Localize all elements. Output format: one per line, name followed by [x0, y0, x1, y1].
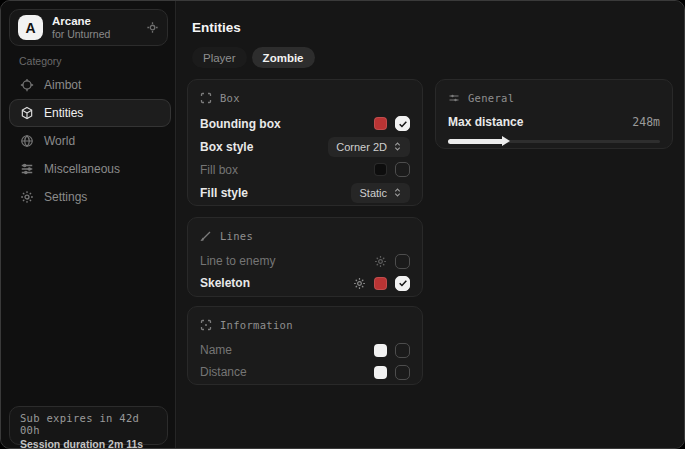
fill-style-dropdown[interactable]: Static — [351, 183, 410, 203]
sidebar-item-label: Entities — [44, 106, 83, 120]
session-duration-text: Session duration 2m 11s — [20, 438, 157, 449]
globe-icon — [20, 134, 34, 148]
sliders-icon — [448, 92, 460, 104]
setting-row-distance: Distance — [200, 361, 410, 383]
gear-icon[interactable] — [374, 255, 387, 268]
tab-player[interactable]: Player — [192, 47, 247, 68]
sidebar-nav: Aimbot Entities World Miscellaneous — [9, 71, 171, 211]
color-swatch[interactable] — [374, 277, 387, 290]
sidebar-item-label: Aimbot — [44, 78, 81, 92]
color-swatch[interactable] — [374, 344, 387, 357]
subscription-card: Sub expires in 42d 00h Session duration … — [9, 406, 168, 445]
page-title: Entities — [192, 20, 241, 35]
sidebar-item-aimbot[interactable]: Aimbot — [9, 71, 171, 99]
chevron-up-down-icon — [393, 188, 402, 197]
color-swatch[interactable] — [374, 366, 387, 379]
setting-row-fill-style: Fill style Static — [200, 181, 410, 204]
gear-icon — [20, 190, 34, 204]
scan-dot-icon — [200, 319, 212, 331]
sidebar-item-settings[interactable]: Settings — [9, 183, 171, 211]
panel-title: General — [468, 92, 514, 104]
refresh-icon[interactable] — [146, 21, 159, 34]
setting-row-fill-box: Fill box — [200, 158, 410, 181]
sidebar-item-entities[interactable]: Entities — [9, 99, 171, 127]
skeleton-checkbox[interactable] — [395, 276, 410, 291]
gear-icon[interactable] — [353, 277, 366, 290]
setting-row-name: Name — [200, 339, 410, 361]
tab-zombie[interactable]: Zombie — [252, 47, 315, 68]
app-subtitle: for Unturned — [52, 28, 146, 40]
main-content: Entities Player Zombie Box Bounding box — [177, 1, 684, 448]
slider-thumb[interactable] — [502, 136, 510, 146]
diagonal-line-icon — [200, 230, 212, 242]
sidebar: A Arcane for Unturned Category Aimbot — [1, 1, 176, 448]
color-swatch[interactable] — [374, 163, 387, 176]
sidebar-item-world[interactable]: World — [9, 127, 171, 155]
sidebar-item-label: Miscellaneous — [44, 162, 120, 176]
setting-row-bounding-box: Bounding box — [200, 112, 410, 135]
setting-row-box-style: Box style Corner 2D — [200, 135, 410, 158]
tab-bar: Player Zombie — [192, 47, 315, 68]
app-title: Arcane — [52, 15, 146, 28]
app-header-card: A Arcane for Unturned — [9, 9, 168, 46]
sidebar-item-label: Settings — [44, 190, 87, 204]
sliders-grid-icon — [20, 162, 34, 176]
lines-panel: Lines Line to enemy Skeleton — [187, 217, 423, 297]
box-style-dropdown[interactable]: Corner 2D — [328, 137, 410, 157]
panel-title: Information — [220, 319, 293, 331]
name-checkbox[interactable] — [395, 343, 410, 358]
panel-title: Box — [220, 92, 240, 104]
sidebar-item-label: World — [44, 134, 75, 148]
information-panel: Information Name Distance — [187, 306, 423, 385]
panel-title: Lines — [220, 230, 253, 242]
max-distance-row: Max distance 248m — [448, 112, 660, 132]
line-to-enemy-checkbox[interactable] — [395, 254, 410, 269]
cube-icon — [20, 106, 34, 120]
frame-corners-icon — [200, 92, 212, 104]
app-logo: A — [18, 15, 43, 40]
setting-row-skeleton: Skeleton — [200, 272, 410, 294]
general-panel: General Max distance 248m — [435, 79, 673, 149]
category-label: Category — [19, 55, 62, 67]
color-swatch[interactable] — [374, 117, 387, 130]
slider-fill — [448, 139, 503, 144]
distance-checkbox[interactable] — [395, 365, 410, 380]
setting-row-line-to-enemy: Line to enemy — [200, 250, 410, 272]
crosshair-icon — [20, 78, 34, 92]
max-distance-slider[interactable] — [448, 135, 660, 147]
box-panel: Box Bounding box Box style Corner 2D — [187, 79, 423, 206]
sub-expiry-text: Sub expires in 42d 00h — [20, 412, 157, 436]
sidebar-item-miscellaneous[interactable]: Miscellaneous — [9, 155, 171, 183]
chevron-up-down-icon — [393, 142, 402, 151]
fill-box-checkbox[interactable] — [395, 162, 410, 177]
bounding-box-checkbox[interactable] — [395, 116, 410, 131]
app-window: A Arcane for Unturned Category Aimbot — [0, 0, 685, 449]
max-distance-value: 248m — [632, 115, 660, 129]
